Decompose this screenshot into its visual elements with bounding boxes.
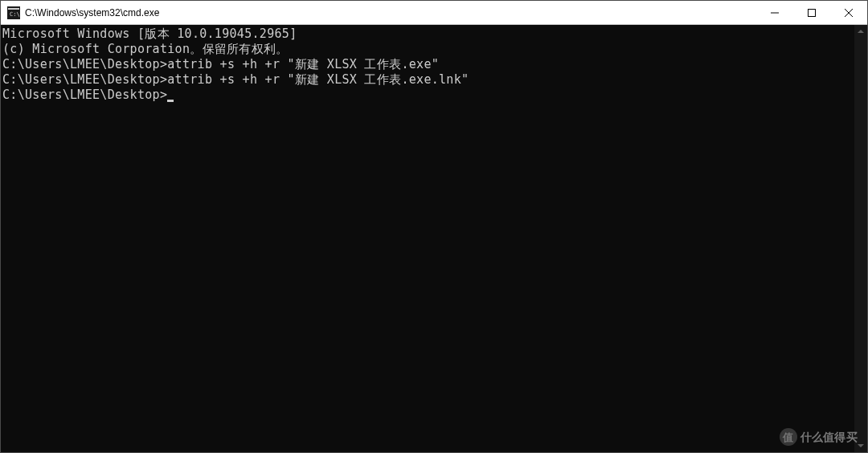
terminal-line: C:\Users\LMEE\Desktop>attrib +s +h +r "新… — [2, 57, 867, 72]
minimize-button[interactable] — [756, 1, 793, 24]
window-title: C:\Windows\system32\cmd.exe — [25, 7, 756, 18]
titlebar[interactable]: C:\ C:\Windows\system32\cmd.exe — [1, 1, 867, 25]
terminal-area[interactable]: Microsoft Windows [版本 10.0.19045.2965] (… — [1, 25, 867, 452]
svg-rect-4 — [809, 9, 816, 16]
watermark-badge-icon: 值 — [780, 428, 797, 446]
terminal-line: (c) Microsoft Corporation。保留所有权利。 — [2, 42, 867, 57]
scrollbar-track[interactable] — [854, 38, 867, 439]
cmd-window: C:\ C:\Windows\system32\cmd.exe Microsof… — [0, 0, 868, 453]
vertical-scrollbar[interactable] — [854, 25, 867, 452]
cmd-icon: C:\ — [7, 6, 20, 19]
svg-rect-1 — [8, 8, 19, 10]
cursor — [167, 100, 174, 102]
watermark-text: 什么值得买 — [800, 430, 858, 445]
maximize-button[interactable] — [793, 1, 830, 24]
svg-text:C:\: C:\ — [10, 11, 20, 18]
scroll-up-button[interactable] — [854, 25, 867, 38]
watermark: 值 什么值得买 — [780, 428, 858, 446]
window-controls — [756, 1, 867, 24]
terminal-line: Microsoft Windows [版本 10.0.19045.2965] — [2, 27, 867, 42]
terminal-prompt-line: C:\Users\LMEE\Desktop> — [2, 88, 867, 103]
svg-marker-7 — [858, 30, 864, 33]
svg-marker-8 — [858, 444, 864, 447]
terminal-line: C:\Users\LMEE\Desktop>attrib +s +h +r "新… — [2, 72, 867, 88]
prompt-text: C:\Users\LMEE\Desktop> — [2, 88, 167, 102]
close-button[interactable] — [830, 1, 867, 24]
